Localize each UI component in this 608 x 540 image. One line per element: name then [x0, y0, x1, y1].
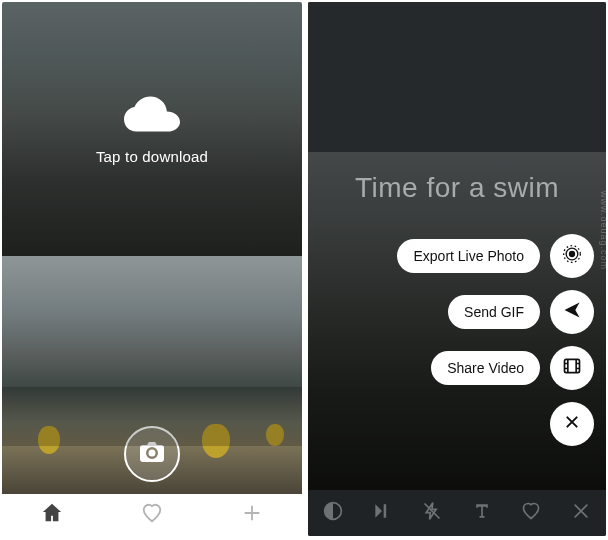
heart-icon: [141, 502, 163, 528]
tool-text[interactable]: [458, 501, 506, 525]
thumbnail-photo[interactable]: [2, 256, 302, 494]
send-gif-label: Send GIF: [448, 295, 540, 329]
tool-skip[interactable]: [359, 501, 407, 525]
download-prompt: Tap to download: [96, 94, 208, 165]
home-icon: [41, 502, 63, 528]
action-share-video[interactable]: Share Video: [397, 346, 594, 390]
close-icon: [571, 501, 591, 525]
cloud-icon: [96, 94, 208, 134]
tool-flash[interactable]: [408, 501, 456, 525]
share-actions-menu: Export Live Photo Send GIF Share Video: [397, 234, 594, 446]
action-send-gif[interactable]: Send GIF: [397, 290, 594, 334]
caption-text[interactable]: Time for a swim: [308, 172, 606, 204]
heart-icon: [521, 501, 541, 525]
nav-add[interactable]: [203, 502, 302, 528]
camera-button[interactable]: [124, 426, 180, 482]
flash-off-icon: [422, 501, 442, 525]
plus-icon: [241, 502, 263, 528]
action-close[interactable]: [397, 402, 594, 446]
app-container: Tap to download: [0, 0, 608, 540]
right-screen: Time for a swim Export Live Photo Send G…: [308, 2, 606, 536]
close-menu-button[interactable]: [550, 402, 594, 446]
thumbnail-download[interactable]: Tap to download: [2, 2, 302, 256]
photo-element: [266, 424, 284, 446]
bottom-nav: [2, 494, 302, 536]
live-photo-icon-button[interactable]: [550, 234, 594, 278]
send-icon: [562, 300, 582, 324]
letterbox-top: [308, 2, 606, 152]
nav-home[interactable]: [3, 502, 102, 528]
action-export-live-photo[interactable]: Export Live Photo: [397, 234, 594, 278]
camera-icon: [140, 442, 164, 466]
left-screen: Tap to download: [2, 2, 302, 536]
tool-favorite[interactable]: [508, 501, 556, 525]
svg-point-0: [570, 252, 575, 257]
export-live-photo-label: Export Live Photo: [397, 239, 540, 273]
skip-icon: [372, 501, 392, 525]
tool-close[interactable]: [557, 501, 605, 525]
nav-favorites[interactable]: [103, 502, 202, 528]
share-video-label: Share Video: [431, 351, 540, 385]
text-icon: [472, 501, 492, 525]
video-icon-button[interactable]: [550, 346, 594, 390]
tool-contrast[interactable]: [309, 501, 357, 525]
film-icon: [562, 356, 582, 380]
photo-element: [202, 424, 230, 458]
contrast-icon: [323, 501, 343, 525]
live-photo-icon: [562, 244, 582, 268]
send-icon-button[interactable]: [550, 290, 594, 334]
edit-toolbar: [308, 490, 606, 536]
download-label: Tap to download: [96, 148, 208, 165]
close-icon: [564, 414, 580, 434]
photo-element: [38, 426, 60, 454]
svg-rect-3: [565, 359, 580, 372]
